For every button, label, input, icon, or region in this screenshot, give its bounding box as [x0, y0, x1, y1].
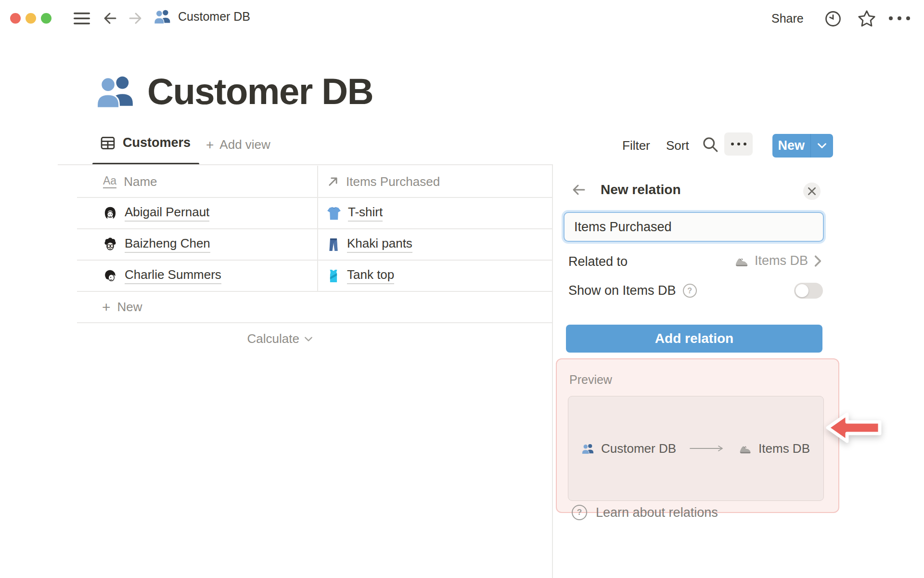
new-row-label: New	[117, 300, 142, 315]
toolbar-divider	[58, 164, 552, 165]
table-header-row: Aa Name Items Purchased	[77, 166, 552, 197]
close-icon	[808, 187, 816, 196]
search-icon[interactable]	[702, 136, 719, 153]
learn-label: Learn about relations	[596, 505, 718, 520]
relation-preview-card: Customer DB Items DB	[568, 396, 824, 501]
dots-icon	[731, 143, 734, 145]
favorite-star-icon[interactable]	[857, 9, 877, 29]
traffic-zoom-button[interactable]	[41, 13, 51, 24]
avatar	[103, 206, 117, 221]
column-header-name[interactable]: Aa Name	[103, 166, 157, 197]
show-on-toggle[interactable]	[794, 283, 823, 299]
panel-title: New relation	[601, 182, 680, 197]
column-header-items-label: Items Purchased	[346, 174, 440, 189]
page-title: Customer DB	[147, 70, 373, 112]
chevron-down-icon	[817, 143, 827, 149]
people-icon	[582, 443, 594, 454]
sort-button[interactable]: Sort	[666, 138, 689, 153]
plus-icon: +	[206, 138, 214, 152]
sidebar-menu-icon[interactable]	[73, 12, 90, 25]
back-arrow-icon[interactable]	[102, 11, 118, 26]
add-relation-label: Add relation	[655, 331, 733, 346]
tank-top-icon	[327, 269, 340, 283]
related-to-value: Items DB	[755, 253, 808, 268]
tab-customers-label: Customers	[123, 135, 191, 150]
new-record-button[interactable]: New	[772, 134, 810, 158]
updates-clock-icon[interactable]	[824, 10, 842, 28]
table-row: Baizheng Chen Khaki pants	[77, 229, 552, 260]
row-item-link[interactable]: Tank top	[347, 267, 394, 284]
row-name-link[interactable]: Baizheng Chen	[125, 236, 210, 253]
learn-about-relations-link[interactable]: ? Learn about relations	[572, 505, 718, 520]
avatar	[103, 269, 117, 283]
people-icon	[154, 9, 171, 24]
relation-name-input[interactable]	[564, 212, 824, 242]
avatar	[103, 237, 117, 252]
row-item-link[interactable]: T-shirt	[348, 205, 383, 222]
preview-target-label: Items DB	[758, 441, 810, 456]
new-record-dropdown-button[interactable]	[811, 134, 833, 158]
add-relation-button[interactable]: Add relation	[566, 325, 822, 353]
panel-back-icon[interactable]	[571, 183, 587, 197]
share-button[interactable]: Share	[771, 12, 804, 26]
tshirt-icon	[327, 206, 341, 221]
help-icon[interactable]: ?	[683, 284, 697, 298]
column-header-items[interactable]: Items Purchased	[327, 166, 440, 197]
breadcrumb[interactable]: Customer DB	[154, 9, 250, 24]
view-options-button[interactable]	[724, 132, 753, 156]
table-row: Abigail Pernaut T-shirt	[77, 197, 552, 229]
page-header: Customer DB	[96, 69, 373, 113]
toggle-knob	[796, 284, 808, 297]
annotation-arrow-icon	[824, 410, 884, 446]
add-view-label: Add view	[219, 137, 270, 152]
row-name-link[interactable]: Charlie Summers	[125, 267, 221, 284]
column-header-name-label: Name	[124, 174, 157, 189]
calculate-label: Calculate	[247, 331, 299, 346]
pants-icon	[327, 237, 340, 252]
help-icon: ?	[572, 505, 587, 520]
chevron-right-icon	[814, 255, 822, 267]
related-to-label: Related to	[568, 254, 628, 269]
forward-arrow-icon[interactable]	[127, 11, 143, 26]
sneaker-icon	[739, 442, 752, 455]
row-name-link[interactable]: Abigail Pernaut	[125, 205, 209, 222]
panel-close-button[interactable]	[803, 183, 821, 200]
table-new-row-button[interactable]: + New	[77, 291, 552, 323]
add-view-button[interactable]: + Add view	[206, 137, 270, 152]
preview-highlight-section: Preview Customer DB Items DB	[556, 358, 839, 513]
chevron-down-icon	[304, 336, 313, 342]
preview-label: Preview	[569, 373, 612, 387]
plus-icon: +	[102, 300, 111, 315]
preview-source-label: Customer DB	[601, 441, 676, 456]
sneaker-icon	[734, 254, 749, 268]
relation-arrow-icon	[327, 175, 339, 188]
traffic-minimize-button[interactable]	[26, 13, 36, 24]
related-to-selector[interactable]: Items DB	[693, 253, 822, 268]
panel-divider	[552, 164, 553, 578]
more-options-icon[interactable]	[888, 15, 911, 21]
traffic-close-button[interactable]	[10, 13, 21, 24]
breadcrumb-title: Customer DB	[178, 10, 250, 24]
filter-button[interactable]: Filter	[622, 138, 650, 153]
calculate-button[interactable]: Calculate	[173, 331, 313, 346]
app-window: Customer DB Share Customer DB Customers	[0, 0, 924, 578]
people-icon	[96, 74, 136, 108]
panel-header: New relation	[571, 182, 680, 197]
long-arrow-icon	[689, 445, 726, 452]
table-row: Charlie Summers Tank top	[77, 260, 552, 291]
show-on-row: Show on Items DB ?	[568, 283, 697, 298]
table-bottom-divider	[77, 322, 552, 323]
row-item-link[interactable]: Khaki pants	[347, 236, 412, 253]
new-record-split-button: New	[772, 134, 833, 158]
column-divider[interactable]	[317, 166, 318, 291]
tab-customers[interactable]: Customers	[101, 135, 191, 150]
table-view-icon	[101, 136, 115, 150]
show-on-label: Show on Items DB	[568, 283, 676, 298]
text-property-icon: Aa	[103, 175, 116, 188]
